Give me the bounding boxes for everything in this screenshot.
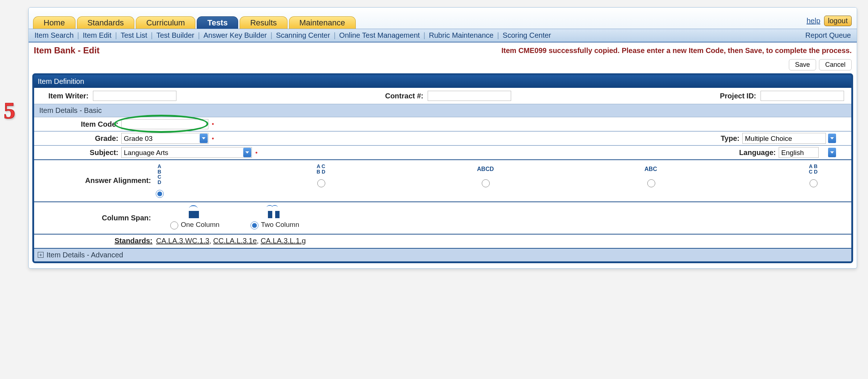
standards-links: CA.LA.3.WC.1.3, CC.LA.L.3.1e, CA.LA.3.L.…: [156, 237, 306, 245]
app-window: Home Standards Curriculum Tests Results …: [28, 7, 857, 269]
tab-label: Curriculum: [146, 18, 185, 28]
required-indicator: [210, 135, 214, 142]
standard-link-3[interactable]: CA.LA.3.L.1.g: [261, 237, 306, 245]
one-column-text: One Column: [181, 221, 220, 229]
item-definition-panel: Item Definition Item Writer: Contract #:…: [32, 73, 853, 263]
contract-input[interactable]: [428, 91, 511, 101]
column-span-label: Column Span:: [34, 214, 154, 222]
standard-link-2[interactable]: CC.LA.L.3.1e: [213, 237, 257, 245]
panel-title: Item Definition: [34, 75, 851, 88]
tab-results[interactable]: Results: [240, 16, 287, 29]
tab-label: Tests: [207, 18, 228, 28]
help-link[interactable]: help: [807, 17, 820, 25]
tab-maintenance[interactable]: Maintenance: [289, 16, 356, 29]
submenu-report-queue[interactable]: Report Queue: [803, 30, 853, 40]
item-writer-input[interactable]: [93, 91, 176, 101]
subject-label: Subject:: [34, 148, 121, 157]
align-option-4[interactable]: [647, 179, 655, 187]
one-column-icon: [187, 207, 201, 218]
grade-select[interactable]: Grade 03: [121, 133, 208, 144]
page-title: Item Bank - Edit: [34, 45, 99, 56]
two-column-text: Two Column: [261, 221, 299, 229]
project-id-label: Project ID:: [720, 92, 756, 100]
align-option-3[interactable]: [482, 179, 490, 187]
one-column-radio[interactable]: [170, 221, 178, 229]
advanced-section-title: Item Details - Advanced: [46, 251, 123, 259]
tab-label: Standards: [87, 18, 124, 28]
two-column-icon: [266, 207, 281, 218]
project-id-input[interactable]: [761, 91, 844, 101]
align-row-abc-icon: ABC: [644, 164, 657, 175]
align-grid-icon: A CB D: [317, 164, 325, 175]
type-label: Type:: [695, 134, 742, 143]
step-number-badge: 5: [4, 97, 15, 124]
cancel-button[interactable]: Cancel: [819, 59, 852, 70]
item-code-input[interactable]: [121, 119, 208, 129]
expand-icon[interactable]: +: [38, 252, 44, 258]
tab-label: Results: [250, 18, 277, 28]
grade-label: Grade:: [34, 134, 121, 143]
main-tab-row: Home Standards Curriculum Tests Results …: [29, 8, 857, 29]
align-vertical-icon: ABCD: [158, 164, 161, 185]
submenu-item-search[interactable]: Item Search: [32, 30, 76, 40]
tab-label: Maintenance: [299, 18, 345, 28]
standard-link-1[interactable]: CA.LA.3.WC.1.3: [156, 237, 209, 245]
align-grid2-icon: A BC D: [809, 164, 818, 175]
type-select[interactable]: Multiple Choice: [742, 133, 826, 144]
submenu-online-test[interactable]: Online Test Management: [337, 30, 422, 40]
language-select[interactable]: English: [779, 147, 819, 158]
language-label: Language:: [724, 148, 779, 157]
submenu-answer-key[interactable]: Answer Key Builder: [201, 30, 269, 40]
logout-button[interactable]: logout: [824, 16, 852, 26]
standards-label[interactable]: Standards:: [34, 237, 154, 245]
submenu-item-edit[interactable]: Item Edit: [81, 30, 114, 40]
status-message: Item CME099 successfully copied. Please …: [501, 46, 852, 55]
tab-label: Home: [44, 18, 65, 28]
required-indicator: [254, 149, 257, 156]
two-column-radio[interactable]: [250, 221, 258, 229]
tab-curriculum[interactable]: Curriculum: [136, 16, 195, 29]
submenu-scoring[interactable]: Scoring Center: [501, 30, 553, 40]
item-writer-label: Item Writer:: [41, 92, 89, 100]
required-indicator: [210, 120, 214, 128]
save-button[interactable]: Save: [789, 59, 816, 70]
tab-tests[interactable]: Tests: [197, 16, 238, 29]
answer-alignment-label: Answer Alignment:: [34, 176, 154, 185]
subject-select[interactable]: Language Arts: [121, 147, 252, 158]
advanced-section-bar[interactable]: + Item Details - Advanced: [34, 248, 851, 261]
align-option-5[interactable]: [810, 179, 818, 187]
tab-home[interactable]: Home: [33, 16, 76, 29]
align-option-1[interactable]: [156, 190, 164, 198]
item-code-label: Item Code:: [34, 120, 121, 129]
basic-section-title: Item Details - Basic: [34, 104, 851, 117]
submenu-bar: Item Search| Item Edit| Test List| Test …: [29, 29, 857, 42]
contract-label: Contract #:: [385, 92, 424, 100]
align-row-abcd-icon: ABCD: [477, 164, 494, 175]
tab-standards[interactable]: Standards: [77, 16, 134, 29]
submenu-rubric[interactable]: Rubric Maintenance: [427, 30, 496, 40]
submenu-test-list[interactable]: Test List: [118, 30, 149, 40]
submenu-test-builder[interactable]: Test Builder: [154, 30, 197, 40]
align-option-2[interactable]: [317, 179, 325, 187]
submenu-scanning[interactable]: Scanning Center: [274, 30, 332, 40]
